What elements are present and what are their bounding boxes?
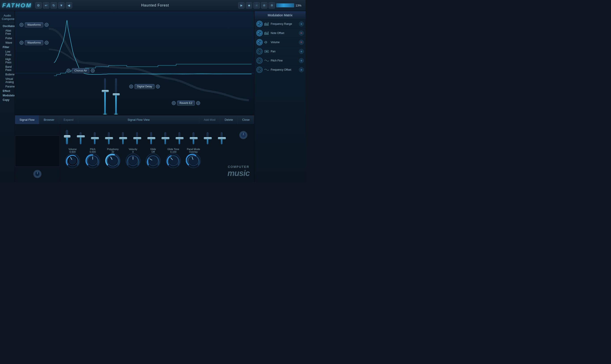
- sidebar-category-effect: Effect: [0, 89, 14, 93]
- mod-source-pitch-fine[interactable]: [256, 57, 263, 64]
- fader-7[interactable]: [159, 132, 171, 144]
- preset-name: Haunted Forest: [73, 3, 237, 7]
- mod-remove-note-offset[interactable]: ✕: [299, 31, 304, 36]
- node-connector-left-chorus: [67, 69, 70, 73]
- node-chorus-air[interactable]: Chorus Air: [67, 68, 95, 73]
- mod-source-frequency-offset[interactable]: [256, 67, 263, 73]
- node-connector-left-1: [19, 23, 24, 27]
- mod-source-note-offset[interactable]: [256, 30, 263, 36]
- node-waveforms2[interactable]: Waveforms: [19, 40, 49, 45]
- redo-button[interactable]: ↻: [51, 2, 57, 9]
- node-reverb-ez[interactable]: Reverb EZ: [172, 101, 200, 105]
- bypass-button[interactable]: ⊘: [261, 2, 267, 9]
- volume-bar[interactable]: [276, 3, 294, 7]
- close-button[interactable]: Close: [237, 115, 254, 124]
- settings-button[interactable]: ⚙: [269, 2, 275, 9]
- bottom-content: Volume 0.600: [15, 124, 254, 182]
- sidebar-item-parametric[interactable]: Parametric: [0, 84, 14, 89]
- knob-panel-mode[interactable]: [186, 153, 201, 168]
- node-waveforms1[interactable]: Waveforms: [19, 22, 49, 27]
- sidebar-item-low-pass[interactable]: Low Pass: [0, 49, 14, 57]
- fader-4[interactable]: [117, 132, 129, 144]
- delete-button[interactable]: Delete: [220, 115, 237, 124]
- bookmark-button[interactable]: ◆: [246, 2, 252, 9]
- knob-value-velocity: 0: [132, 150, 134, 153]
- top-bar: FATHOM ⚙ ↩ ↻ ▼ ◀ Haunted Forest ▶ ◆ ○ ⊘ …: [0, 0, 306, 11]
- play-button[interactable]: ▶: [238, 2, 245, 9]
- fader-11[interactable]: [215, 132, 228, 144]
- knob-label-glide-time: Glide Time: [167, 148, 179, 150]
- fader-8[interactable]: [173, 132, 185, 144]
- node-digital-delay[interactable]: Digital Delay: [129, 84, 160, 89]
- modulation-title: Modulation Matrix: [255, 11, 306, 19]
- save-button[interactable]: ▼: [58, 2, 65, 9]
- fader-5[interactable]: [131, 132, 143, 144]
- mod-icon-frequency-range: [264, 21, 269, 26]
- fader-2[interactable]: [88, 132, 101, 144]
- tab-signal-flow[interactable]: Signal Flow: [15, 115, 39, 124]
- sidebar-item-alias-free[interactable]: Alias Free: [0, 28, 14, 36]
- mod-row-frequency-range: Frequency Range +: [255, 19, 306, 29]
- knob-pitch[interactable]: [85, 153, 100, 168]
- fader-1[interactable]: [74, 132, 87, 144]
- mod-source-volume[interactable]: [256, 39, 263, 45]
- record-button[interactable]: ○: [253, 2, 260, 9]
- mod-label-frequency-range: Frequency Range: [271, 22, 298, 26]
- bottom-knob-small[interactable]: [33, 170, 42, 178]
- sidebar-item-virtual-analog[interactable]: Virtual Analog: [0, 77, 14, 84]
- bottom-left: [15, 124, 60, 182]
- node-label-waveforms2: Waveforms: [25, 40, 43, 45]
- mod-source-frequency-range[interactable]: [256, 21, 263, 27]
- sidebar-item-band-pass[interactable]: Band Pass: [0, 65, 14, 72]
- mod-row-frequency-offset: Frequency Offset +: [255, 65, 306, 75]
- center-panel: Waveforms Waveforms Chorus Air: [15, 11, 254, 182]
- knob-velocity[interactable]: [125, 153, 141, 168]
- mod-add-pan[interactable]: +: [299, 49, 304, 54]
- right-bottom-knob[interactable]: [239, 131, 247, 139]
- svg-rect-42: [267, 33, 267, 35]
- mod-add-frequency-range[interactable]: +: [299, 22, 304, 26]
- knob-polyphony[interactable]: [105, 153, 120, 168]
- fader-10[interactable]: [201, 132, 214, 144]
- knob-col-pitch: Pitch 0.000: [83, 147, 103, 168]
- mod-add-pitch-fine[interactable]: +: [299, 58, 304, 63]
- knobs-row: Volume 0.600: [62, 145, 228, 168]
- vslider1[interactable]: [103, 78, 107, 115]
- node-label-delay: Digital Delay: [135, 84, 154, 89]
- node-label-waveforms1: Waveforms: [25, 22, 43, 27]
- vslider2[interactable]: [114, 78, 118, 115]
- sidebar-item-pulse[interactable]: Pulse: [0, 36, 14, 40]
- undo-button[interactable]: ↩: [43, 2, 49, 9]
- sidebar-item-wave[interactable]: Wave: [0, 40, 14, 45]
- fader-3[interactable]: [103, 132, 115, 144]
- node-connector-left-2: [19, 41, 24, 45]
- mod-source-pan[interactable]: [256, 48, 263, 54]
- sidebar-item-butterworth[interactable]: Butterworth: [0, 72, 14, 77]
- knob-glide-time[interactable]: [166, 153, 181, 168]
- mod-add-frequency-offset[interactable]: +: [299, 67, 304, 72]
- mod-remove-volume[interactable]: ✕: [299, 40, 304, 45]
- node-connector-left-reverb: [172, 101, 176, 105]
- mod-label-note-offset: Note Offset: [271, 32, 298, 35]
- tab-browser[interactable]: Browser: [39, 115, 59, 124]
- signal-flow-canvas: Waveforms Waveforms Chorus Air: [15, 11, 254, 115]
- fader-6[interactable]: [145, 132, 157, 144]
- add-mod-button[interactable]: Add Mod: [199, 115, 220, 124]
- expand-button[interactable]: Expand: [59, 115, 78, 124]
- sidebar-item-high-pass[interactable]: High Pass: [0, 57, 14, 65]
- svg-point-6: [69, 157, 77, 165]
- node-connector-right-chorus: [91, 69, 95, 73]
- gear-button[interactable]: ⚙: [35, 2, 42, 9]
- knob-label-glide: Glide: [150, 148, 156, 150]
- master-fader[interactable]: [62, 130, 71, 144]
- svg-rect-47: [265, 51, 268, 52]
- knob-value-panel-mode: Overlay: [189, 150, 198, 153]
- fader-9[interactable]: [187, 132, 199, 144]
- back-button[interactable]: ◀: [66, 2, 72, 9]
- mod-icon-pan: [264, 49, 269, 54]
- knob-label-pitch: Pitch: [90, 148, 95, 150]
- node-connector-right-reverb: [196, 101, 200, 105]
- knob-glide[interactable]: [146, 153, 161, 168]
- sidebar-category-filter: Filter: [0, 45, 14, 49]
- knob-volume[interactable]: [65, 153, 80, 168]
